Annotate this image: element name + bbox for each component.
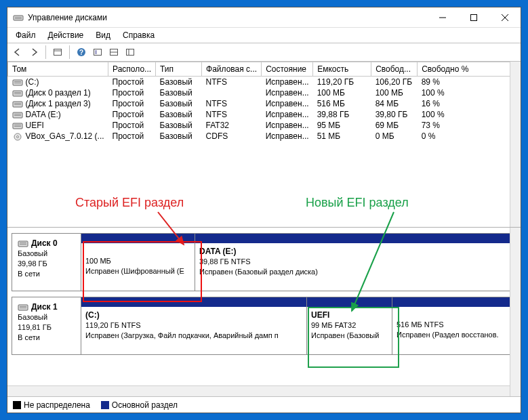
partition-stripe xyxy=(81,234,195,243)
minimize-button[interactable] xyxy=(427,7,458,28)
partition[interactable]: UEFI99 МБ FAT32Исправен (Базовый xyxy=(307,297,392,354)
legend-unallocated: Не распределена xyxy=(13,400,90,410)
volume-table[interactable]: Том Располо... Тип Файловая с... Состоян… xyxy=(7,62,521,142)
drive-icon xyxy=(18,240,28,248)
legend-bar: Не распределена Основной раздел xyxy=(7,396,521,413)
scrollbar-vertical[interactable] xyxy=(510,62,521,227)
svg-rect-28 xyxy=(14,115,21,116)
disk-label: Диск 1Базовый119,81 ГБВ сети xyxy=(12,297,81,354)
menu-file[interactable]: Файл xyxy=(10,29,41,41)
svg-point-33 xyxy=(16,135,18,138)
disk-row[interactable]: Диск 1Базовый119,81 ГБВ сети(C:)119,20 Г… xyxy=(12,297,516,355)
drive-icon xyxy=(18,303,28,312)
svg-rect-35 xyxy=(20,243,26,243)
svg-rect-21 xyxy=(14,92,21,93)
forward-button[interactable] xyxy=(26,45,41,60)
svg-rect-18 xyxy=(14,81,21,82)
svg-rect-25 xyxy=(14,104,21,105)
scrollbar-horizontal[interactable] xyxy=(7,385,510,396)
disk-row[interactable]: Диск 0Базовый39,98 ГБВ сети100 МБИсправе… xyxy=(12,233,516,291)
table-row[interactable]: VBox_GAs_7.0.12 (...ПростойБазовыйCDFSИс… xyxy=(8,131,521,142)
toolbar: ? xyxy=(7,43,521,62)
partition-stripe xyxy=(307,297,392,307)
window-title: Управление дисками xyxy=(28,13,427,22)
svg-rect-31 xyxy=(14,126,21,127)
svg-rect-0 xyxy=(14,16,23,20)
col-free[interactable]: Свобод... xyxy=(371,62,418,77)
svg-rect-15 xyxy=(127,49,134,56)
partition-stripe xyxy=(392,297,516,307)
drive-icon xyxy=(12,133,23,141)
col-capacity[interactable]: Емкость xyxy=(313,62,371,77)
svg-rect-19 xyxy=(14,83,21,83)
partition-info: UEFI99 МБ FAT32Исправен (Базовый xyxy=(307,307,392,354)
volume-list-pane: Том Располо... Тип Файловая с... Состоян… xyxy=(7,62,521,228)
help-button[interactable]: ? xyxy=(74,45,89,60)
menu-action[interactable]: Действие xyxy=(43,29,89,41)
drive-icon xyxy=(12,89,23,98)
table-row[interactable]: DATA (E:)ПростойБазовыйNTFSИсправен...39… xyxy=(8,109,521,120)
col-layout[interactable]: Располо... xyxy=(108,62,156,77)
partition-stripe xyxy=(195,234,516,243)
col-status[interactable]: Состояние xyxy=(262,62,313,77)
svg-rect-30 xyxy=(14,125,21,125)
menu-view[interactable]: Вид xyxy=(90,29,116,41)
menu-bar: Файл Действие Вид Справка xyxy=(7,28,521,43)
col-volume[interactable]: Том xyxy=(8,62,108,77)
partition[interactable]: 100 МБИсправен (Шифрованный (E xyxy=(81,234,195,291)
maximize-button[interactable] xyxy=(458,7,489,28)
svg-rect-39 xyxy=(20,308,26,308)
partition-info: (C:)119,20 ГБ NTFSИсправен (Загрузка, Фа… xyxy=(81,307,306,354)
svg-rect-4 xyxy=(471,14,477,20)
svg-rect-36 xyxy=(20,244,26,245)
svg-rect-2 xyxy=(15,18,22,19)
svg-rect-12 xyxy=(95,50,97,54)
menu-help[interactable]: Справка xyxy=(117,29,160,41)
col-type[interactable]: Тип xyxy=(156,62,202,77)
app-icon xyxy=(13,12,24,23)
svg-rect-27 xyxy=(14,114,21,114)
tool-button-1[interactable] xyxy=(50,45,65,60)
svg-rect-38 xyxy=(20,306,26,307)
table-row[interactable]: (Диск 0 раздел 1)ПростойБазовыйИсправен.… xyxy=(8,87,521,98)
partition[interactable]: (C:)119,20 ГБ NTFSИсправен (Загрузка, Фа… xyxy=(81,297,307,354)
table-row[interactable]: (Диск 1 раздел 3)ПростойБазовыйNTFSИспра… xyxy=(8,98,521,109)
svg-rect-1 xyxy=(15,17,22,18)
partition-info: 100 МБИсправен (Шифрованный (E xyxy=(81,243,195,291)
col-filesystem[interactable]: Файловая с... xyxy=(202,62,262,77)
scrollbar-vertical[interactable] xyxy=(510,228,521,396)
table-row[interactable]: UEFIПростойБазовыйFAT32Исправен...95 МБ6… xyxy=(8,120,521,131)
partition-info: 516 МБ NTFSИсправен (Раздел восстанов. xyxy=(392,307,516,354)
table-row[interactable]: (C:)ПростойБазовыйNTFSИсправен...119,20 … xyxy=(8,77,521,88)
tool-button-3[interactable] xyxy=(106,45,121,60)
close-button[interactable] xyxy=(489,7,521,28)
disk-graphical-pane: Диск 0Базовый39,98 ГБВ сети100 МБИсправе… xyxy=(7,228,521,396)
partition[interactable]: 516 МБ NTFSИсправен (Раздел восстанов. xyxy=(392,297,516,354)
tool-button-2[interactable] xyxy=(90,45,105,60)
legend-primary: Основной раздел xyxy=(101,400,178,410)
col-freepct[interactable]: Свободно % xyxy=(418,62,521,77)
disk-label: Диск 0Базовый39,98 ГБВ сети xyxy=(12,234,81,291)
drive-icon xyxy=(12,79,23,87)
disk-management-window: Управление дисками Файл Действие Вид Спр… xyxy=(7,7,521,413)
partition-info: DATA (E:)39,88 ГБ NTFSИсправен (Базовый … xyxy=(195,243,516,291)
back-button[interactable] xyxy=(10,45,25,60)
drive-icon xyxy=(12,111,23,119)
svg-rect-22 xyxy=(14,93,21,94)
drive-icon xyxy=(12,100,23,108)
partition[interactable]: DATA (E:)39,88 ГБ NTFSИсправен (Базовый … xyxy=(195,234,516,291)
title-bar: Управление дисками xyxy=(7,7,521,28)
svg-rect-7 xyxy=(54,49,62,56)
tool-button-4[interactable] xyxy=(123,45,138,60)
svg-text:?: ? xyxy=(79,49,83,56)
drive-icon xyxy=(12,122,23,130)
svg-rect-24 xyxy=(14,103,21,104)
partition-stripe xyxy=(81,297,306,307)
